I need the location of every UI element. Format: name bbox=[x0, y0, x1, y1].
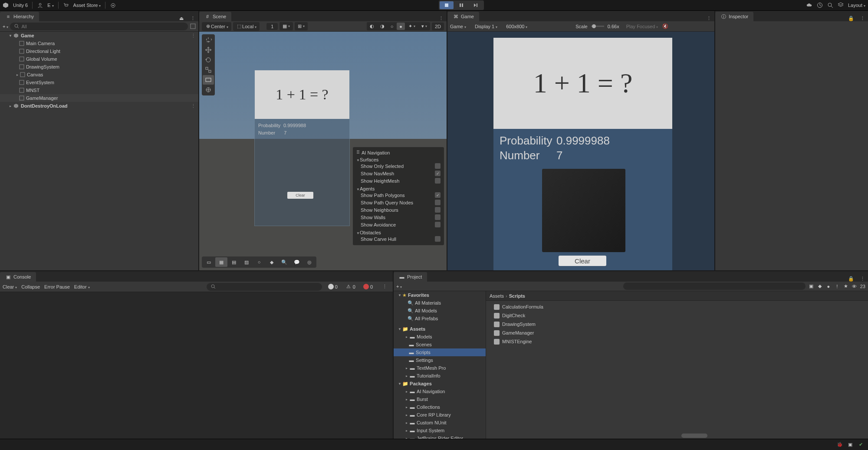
collapse-toggle[interactable]: Collapse bbox=[21, 284, 40, 289]
script-file[interactable]: DrawingSystem bbox=[486, 320, 868, 328]
editor-dropdown[interactable]: Editor bbox=[74, 284, 90, 289]
panel-menu-icon[interactable]: ⋮ bbox=[381, 284, 388, 290]
2d-toggle[interactable]: 2D bbox=[432, 23, 444, 30]
scene-root[interactable]: ▼ Game ⋮ bbox=[0, 32, 198, 39]
user-dropdown[interactable]: E bbox=[47, 3, 53, 8]
script-file[interactable]: MNISTEngine bbox=[486, 337, 868, 346]
script-file[interactable]: GameManager bbox=[486, 328, 868, 337]
hierarchy-item[interactable]: GameManager bbox=[0, 94, 198, 102]
tool-icon[interactable]: 🔍 bbox=[278, 257, 290, 267]
package-item[interactable]: ▸▬ Custom NUnit bbox=[394, 419, 486, 427]
filter-icon[interactable]: ▣ bbox=[808, 283, 814, 289]
script-file[interactable]: CalculationFormula bbox=[486, 302, 868, 311]
grid-value[interactable]: 1 bbox=[266, 23, 278, 30]
layers-icon[interactable] bbox=[838, 2, 844, 8]
folder-item[interactable]: ▬ Settings bbox=[394, 356, 486, 364]
package-item[interactable]: ▸▬ Input System bbox=[394, 427, 486, 434]
folder-item[interactable]: ▸▬ TutorialInfo bbox=[394, 372, 486, 380]
bug-icon[interactable]: 🐞 bbox=[837, 442, 843, 448]
favorite-icon[interactable]: ★ bbox=[843, 283, 849, 289]
tool-icon[interactable]: ▦ bbox=[215, 257, 227, 267]
target-icon[interactable] bbox=[110, 2, 116, 8]
hierarchy-item[interactable]: MNST bbox=[0, 86, 198, 94]
lock-icon[interactable]: ⏏ bbox=[178, 15, 184, 21]
script-file[interactable]: DigitCheck bbox=[486, 311, 868, 320]
scrollbar-thumb[interactable] bbox=[681, 434, 707, 438]
activity-icon[interactable]: ▣ bbox=[847, 442, 853, 448]
package-item[interactable]: ▸▬ Burst bbox=[394, 395, 486, 403]
increment-snap-icon[interactable]: ⊞ bbox=[295, 23, 307, 30]
game-aspect-dropdown[interactable]: Game bbox=[450, 24, 466, 29]
wireframe-icon[interactable]: ○ bbox=[388, 23, 396, 30]
rotation-mode[interactable]: ⬚Local bbox=[233, 23, 259, 30]
checkbox[interactable] bbox=[435, 207, 441, 213]
checkbox[interactable] bbox=[435, 214, 441, 220]
folder-item[interactable]: ▸▬ Models bbox=[394, 333, 486, 341]
grid-snap-icon[interactable]: ▦ bbox=[280, 23, 293, 30]
console-tab[interactable]: ▣ Console bbox=[0, 272, 36, 282]
package-item[interactable]: ▸▬ Collections bbox=[394, 403, 486, 411]
filter-icon[interactable]: ! bbox=[834, 283, 840, 289]
fx-icon[interactable]: ✦ bbox=[406, 23, 418, 30]
folder-item[interactable]: ▬ Scenes bbox=[394, 341, 486, 348]
tool-icon[interactable]: 💬 bbox=[291, 257, 303, 267]
filter-icon[interactable]: ● bbox=[825, 283, 832, 289]
error-count[interactable]: 0 bbox=[362, 284, 375, 289]
cloud-icon[interactable] bbox=[806, 2, 812, 8]
favorites-root[interactable]: ▼★ Favorites bbox=[394, 291, 486, 299]
folder-item[interactable]: ▸▬ TextMesh Pro bbox=[394, 364, 486, 372]
inspector-tab[interactable]: ⓘ Inspector bbox=[715, 12, 753, 21]
clear-dropdown[interactable]: Clear bbox=[3, 284, 17, 289]
checkbox[interactable] bbox=[435, 178, 441, 184]
checkbox[interactable] bbox=[435, 222, 441, 227]
console-search[interactable] bbox=[207, 283, 322, 291]
options-icon[interactable]: ⋮ bbox=[191, 33, 196, 39]
tool-icon[interactable]: ▨ bbox=[240, 257, 253, 267]
asset-store-dropdown[interactable]: Asset Store bbox=[73, 3, 101, 8]
ai-navigation-overlay[interactable]: ⠿AI Navigation ▼Surfaces Show Only Selec… bbox=[353, 147, 444, 245]
packages-root[interactable]: ▼📁 Packages bbox=[394, 380, 486, 388]
tool-icon[interactable]: ◆ bbox=[266, 257, 278, 267]
transform-tool-icon[interactable] bbox=[203, 85, 214, 95]
warning-count[interactable]: ⚠0 bbox=[344, 284, 357, 290]
folder-item[interactable]: ▬ Scripts bbox=[394, 348, 486, 356]
step-button[interactable] bbox=[469, 1, 483, 9]
hierarchy-tab[interactable]: ≡ Hierarchy bbox=[0, 12, 39, 21]
hierarchy-search[interactable]: All bbox=[10, 23, 188, 30]
checkbox[interactable] bbox=[435, 236, 441, 242]
shaded-icon[interactable]: ◑ bbox=[378, 23, 387, 30]
rect-tool-icon[interactable] bbox=[203, 75, 214, 85]
panel-menu-icon[interactable]: ⋮ bbox=[859, 15, 865, 21]
play-focused-dropdown[interactable]: Play Focused bbox=[626, 24, 658, 29]
options-icon[interactable]: ⋮ bbox=[191, 103, 196, 109]
hierarchy-item[interactable]: ▸Canvas bbox=[0, 71, 198, 79]
tool-icon[interactable]: ▭ bbox=[203, 257, 215, 267]
hierarchy-item[interactable]: EventSystem bbox=[0, 79, 198, 86]
search-icon[interactable] bbox=[827, 2, 833, 8]
assets-root[interactable]: ▼📁 Assets bbox=[394, 325, 486, 333]
layout-dropdown[interactable]: Layout bbox=[848, 3, 865, 8]
add-asset-dropdown[interactable]: + bbox=[396, 284, 402, 289]
clear-button[interactable]: Clear bbox=[559, 256, 606, 266]
package-item[interactable]: ▸▬ JetBrains Rider Editor bbox=[394, 434, 486, 439]
scene-root[interactable]: ▸ DontDestroyOnLoad ⋮ bbox=[0, 102, 198, 110]
game-tab[interactable]: ⌘ Game bbox=[447, 12, 479, 21]
pivot-mode[interactable]: ⊕Center bbox=[202, 23, 231, 30]
checkbox[interactable] bbox=[435, 200, 441, 205]
checkbox[interactable] bbox=[435, 163, 441, 169]
hidden-icon[interactable]: 👁 bbox=[852, 283, 858, 289]
add-dropdown[interactable]: + bbox=[3, 24, 8, 29]
checkbox[interactable]: ✓ bbox=[435, 192, 441, 198]
drawing-area[interactable] bbox=[542, 169, 625, 252]
project-tab[interactable]: ▬ Project bbox=[394, 272, 427, 282]
error-pause-toggle[interactable]: Error Pause bbox=[44, 284, 70, 289]
drag-handle-icon[interactable]: ⠿ bbox=[356, 150, 360, 155]
scene-canvas-ui[interactable]: 1 + 1 = ? Probability 0.9999988 Number 7… bbox=[254, 70, 350, 226]
mute-icon[interactable]: 🔇 bbox=[662, 23, 668, 30]
info-count[interactable]: 0 bbox=[326, 284, 339, 289]
panel-menu-icon[interactable]: ⋮ bbox=[438, 15, 444, 21]
display-dropdown[interactable]: Display 1 bbox=[475, 24, 497, 29]
lock-icon[interactable]: 🔒 bbox=[848, 276, 854, 282]
play-button[interactable] bbox=[440, 1, 454, 9]
resolution-dropdown[interactable]: 600x800 bbox=[506, 24, 567, 29]
